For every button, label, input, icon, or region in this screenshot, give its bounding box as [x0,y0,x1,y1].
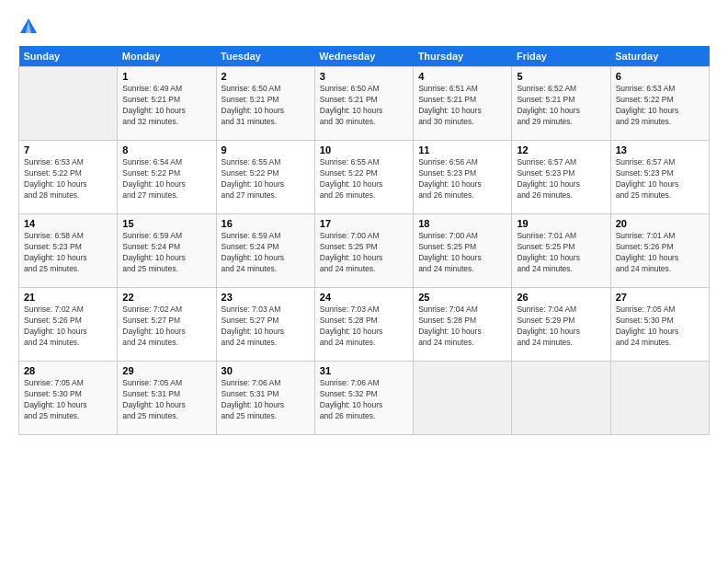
calendar-cell: 29Sunrise: 7:05 AMSunset: 5:31 PMDayligh… [118,362,216,435]
day-info: Sunrise: 6:49 AMSunset: 5:21 PMDaylight:… [122,84,210,128]
day-number: 15 [122,218,210,229]
calendar-week-3: 14Sunrise: 6:58 AMSunset: 5:23 PMDayligh… [19,214,710,288]
calendar-cell: 4Sunrise: 6:51 AMSunset: 5:21 PMDaylight… [414,67,512,141]
calendar-cell [610,362,709,435]
day-info: Sunrise: 7:04 AMSunset: 5:28 PMDaylight:… [418,304,506,349]
day-info: Sunrise: 7:05 AMSunset: 5:30 PMDaylight:… [24,378,112,422]
day-info: Sunrise: 6:58 AMSunset: 5:23 PMDaylight:… [24,231,112,275]
calendar-cell: 14Sunrise: 6:58 AMSunset: 5:23 PMDayligh… [19,214,118,288]
calendar-cell: 13Sunrise: 6:57 AMSunset: 5:23 PMDayligh… [610,141,709,214]
calendar-cell: 3Sunrise: 6:50 AMSunset: 5:21 PMDaylight… [314,67,413,141]
day-number: 13 [616,144,704,155]
day-info: Sunrise: 6:55 AMSunset: 5:22 PMDaylight:… [222,157,310,201]
day-number: 20 [616,218,704,229]
day-info: Sunrise: 7:05 AMSunset: 5:30 PMDaylight:… [616,304,704,349]
day-info: Sunrise: 6:51 AMSunset: 5:21 PMDaylight:… [418,84,506,128]
day-info: Sunrise: 7:04 AMSunset: 5:29 PMDaylight:… [517,304,605,349]
day-info: Sunrise: 7:02 AMSunset: 5:27 PMDaylight:… [122,304,210,349]
day-info: Sunrise: 6:55 AMSunset: 5:22 PMDaylight:… [320,157,408,201]
calendar-week-5: 28Sunrise: 7:05 AMSunset: 5:30 PMDayligh… [19,362,710,435]
day-info: Sunrise: 7:06 AMSunset: 5:32 PMDaylight:… [320,378,408,422]
header-cell-friday: Friday [512,46,610,67]
page: SundayMondayTuesdayWednesdayThursdayFrid… [0,0,728,563]
header-cell-saturday: Saturday [610,46,709,67]
calendar-cell: 1Sunrise: 6:49 AMSunset: 5:21 PMDaylight… [118,67,216,141]
day-info: Sunrise: 7:05 AMSunset: 5:31 PMDaylight:… [122,378,210,422]
day-number: 22 [122,292,210,303]
day-info: Sunrise: 6:57 AMSunset: 5:23 PMDaylight:… [616,157,704,201]
calendar-cell: 26Sunrise: 7:04 AMSunset: 5:29 PMDayligh… [512,288,610,362]
header [18,17,710,37]
day-number: 27 [616,292,704,303]
calendar-week-1: 1Sunrise: 6:49 AMSunset: 5:21 PMDaylight… [19,67,710,141]
day-number: 25 [418,292,506,303]
header-cell-monday: Monday [118,46,216,67]
calendar-cell: 7Sunrise: 6:53 AMSunset: 5:22 PMDaylight… [19,141,118,214]
day-number: 17 [320,218,408,229]
day-info: Sunrise: 6:50 AMSunset: 5:21 PMDaylight:… [222,84,310,128]
day-info: Sunrise: 7:00 AMSunset: 5:25 PMDaylight:… [418,231,506,275]
day-number: 29 [122,365,210,376]
day-number: 8 [122,144,210,155]
calendar-cell: 9Sunrise: 6:55 AMSunset: 5:22 PMDaylight… [216,141,314,214]
calendar-cell: 21Sunrise: 7:02 AMSunset: 5:26 PMDayligh… [19,288,118,362]
calendar-week-2: 7Sunrise: 6:53 AMSunset: 5:22 PMDaylight… [19,141,710,214]
day-number: 9 [222,144,310,155]
day-info: Sunrise: 7:06 AMSunset: 5:31 PMDaylight:… [222,378,310,422]
calendar-cell [512,362,610,435]
logo-icon [18,17,39,37]
day-info: Sunrise: 6:59 AMSunset: 5:24 PMDaylight:… [122,231,210,275]
calendar-cell: 30Sunrise: 7:06 AMSunset: 5:31 PMDayligh… [216,362,314,435]
calendar-cell: 5Sunrise: 6:52 AMSunset: 5:21 PMDaylight… [512,67,610,141]
calendar-table: SundayMondayTuesdayWednesdayThursdayFrid… [18,46,710,435]
day-number: 4 [418,71,506,82]
day-info: Sunrise: 6:56 AMSunset: 5:23 PMDaylight:… [418,157,506,201]
calendar-cell: 31Sunrise: 7:06 AMSunset: 5:32 PMDayligh… [314,362,413,435]
header-cell-tuesday: Tuesday [216,46,314,67]
day-number: 12 [517,144,605,155]
day-number: 30 [222,365,310,376]
calendar-cell [19,67,118,141]
day-info: Sunrise: 7:00 AMSunset: 5:25 PMDaylight:… [320,231,408,275]
day-info: Sunrise: 6:57 AMSunset: 5:23 PMDaylight:… [517,157,605,201]
calendar-cell: 24Sunrise: 7:03 AMSunset: 5:28 PMDayligh… [314,288,413,362]
day-info: Sunrise: 6:52 AMSunset: 5:21 PMDaylight:… [517,84,605,128]
calendar-cell: 23Sunrise: 7:03 AMSunset: 5:27 PMDayligh… [216,288,314,362]
calendar-cell: 18Sunrise: 7:00 AMSunset: 5:25 PMDayligh… [414,214,512,288]
day-number: 5 [517,71,605,82]
day-info: Sunrise: 7:03 AMSunset: 5:28 PMDaylight:… [320,304,408,349]
day-info: Sunrise: 7:01 AMSunset: 5:25 PMDaylight:… [517,231,605,275]
day-number: 6 [616,71,704,82]
day-number: 16 [222,218,310,229]
day-info: Sunrise: 7:01 AMSunset: 5:26 PMDaylight:… [616,231,704,275]
day-number: 18 [418,218,506,229]
calendar-cell: 15Sunrise: 6:59 AMSunset: 5:24 PMDayligh… [118,214,216,288]
day-number: 1 [122,71,210,82]
day-info: Sunrise: 6:59 AMSunset: 5:24 PMDaylight:… [222,231,310,275]
header-cell-thursday: Thursday [414,46,512,67]
calendar-cell: 19Sunrise: 7:01 AMSunset: 5:25 PMDayligh… [512,214,610,288]
day-number: 31 [320,365,408,376]
calendar-cell [414,362,512,435]
calendar-cell: 11Sunrise: 6:56 AMSunset: 5:23 PMDayligh… [414,141,512,214]
calendar-body: 1Sunrise: 6:49 AMSunset: 5:21 PMDaylight… [19,67,710,435]
calendar-cell: 20Sunrise: 7:01 AMSunset: 5:26 PMDayligh… [610,214,709,288]
day-number: 19 [517,218,605,229]
calendar-week-4: 21Sunrise: 7:02 AMSunset: 5:26 PMDayligh… [19,288,710,362]
calendar-cell: 28Sunrise: 7:05 AMSunset: 5:30 PMDayligh… [19,362,118,435]
calendar-cell: 8Sunrise: 6:54 AMSunset: 5:22 PMDaylight… [118,141,216,214]
day-number: 28 [24,365,112,376]
calendar-cell: 25Sunrise: 7:04 AMSunset: 5:28 PMDayligh… [414,288,512,362]
calendar-cell: 27Sunrise: 7:05 AMSunset: 5:30 PMDayligh… [610,288,709,362]
day-number: 10 [320,144,408,155]
header-cell-wednesday: Wednesday [314,46,413,67]
day-info: Sunrise: 7:02 AMSunset: 5:26 PMDaylight:… [24,304,112,349]
day-info: Sunrise: 6:53 AMSunset: 5:22 PMDaylight:… [616,84,704,128]
day-number: 26 [517,292,605,303]
logo [18,17,42,37]
day-number: 2 [222,71,310,82]
day-info: Sunrise: 6:54 AMSunset: 5:22 PMDaylight:… [122,157,210,201]
calendar-cell: 16Sunrise: 6:59 AMSunset: 5:24 PMDayligh… [216,214,314,288]
calendar-cell: 10Sunrise: 6:55 AMSunset: 5:22 PMDayligh… [314,141,413,214]
calendar-cell: 12Sunrise: 6:57 AMSunset: 5:23 PMDayligh… [512,141,610,214]
